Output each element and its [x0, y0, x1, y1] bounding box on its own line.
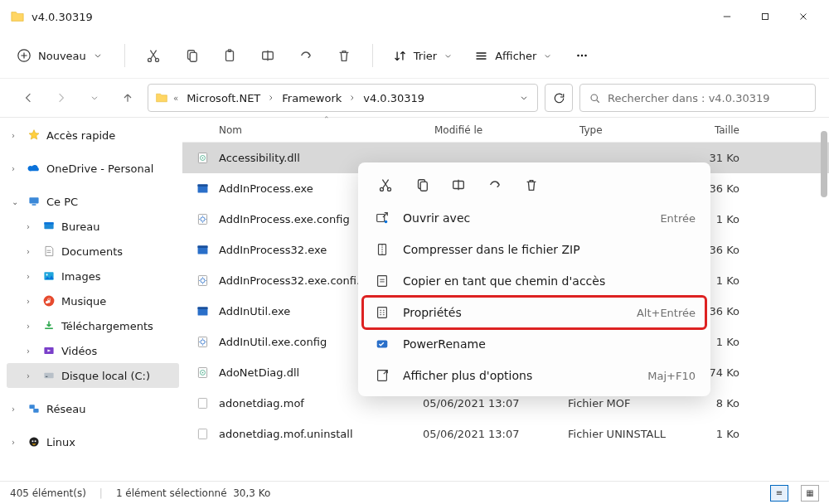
file-icon	[194, 395, 211, 412]
chevron-down-icon[interactable]	[519, 93, 529, 103]
tree-onedrive[interactable]: ›OneDrive - Personal	[7, 156, 179, 181]
new-label: Nouveau	[38, 50, 86, 62]
back-button[interactable]	[15, 85, 41, 111]
column-type[interactable]: Type	[568, 124, 684, 136]
file-icon	[194, 273, 211, 289]
window-title: v4.0.30319	[32, 11, 708, 23]
thumbnails-view-button[interactable]: ▦	[801, 485, 819, 502]
file-icon	[194, 211, 211, 228]
share-button[interactable]	[289, 41, 322, 70]
refresh-button[interactable]	[545, 84, 573, 112]
powerrename-icon	[373, 335, 391, 353]
search-icon	[589, 92, 601, 104]
copy-path-icon	[373, 272, 391, 290]
ctx-delete-button[interactable]	[516, 171, 547, 199]
more-options-icon	[373, 366, 391, 385]
ctx-share-button[interactable]	[479, 171, 511, 199]
file-icon	[194, 150, 211, 167]
search-placeholder: Rechercher dans : v4.0.30319	[608, 92, 769, 104]
file-type: Fichier MOF	[568, 397, 684, 410]
column-modified[interactable]: Modifié le	[423, 124, 568, 136]
file-name: adonetdiag.mof.uninstall	[219, 428, 423, 440]
tree-local-disk[interactable]: ›Disque local (C:)	[7, 363, 179, 388]
chevron-down-icon	[93, 51, 103, 61]
search-input[interactable]: Rechercher dans : v4.0.30319	[579, 84, 816, 112]
title-bar: v4.0.30319	[0, 0, 829, 33]
cut-button[interactable]	[137, 41, 170, 70]
maximize-button[interactable]	[746, 0, 784, 33]
forward-button[interactable]	[48, 85, 75, 111]
paste-button[interactable]	[213, 41, 246, 70]
file-name: adonetdiag.mof	[219, 397, 423, 410]
status-bar: 405 élément(s) | 1 élément sélectionné 3…	[0, 481, 829, 504]
sort-indicator-icon: ⌃	[323, 115, 330, 124]
chevron-down-icon	[444, 51, 453, 61]
tree-documents[interactable]: ›Documents	[7, 239, 179, 264]
folder-icon	[155, 91, 168, 104]
file-icon	[194, 303, 211, 320]
column-headers: Nom Modifié le Type Taille ⌃	[182, 118, 829, 143]
file-size: 8 Ko	[684, 397, 754, 410]
chevron-down-icon	[543, 51, 552, 61]
tree-quick-access[interactable]: ›Accès rapide	[7, 123, 179, 148]
file-icon	[194, 181, 211, 197]
status-selection: 1 élément sélectionné 30,3 Ko	[116, 487, 270, 499]
breadcrumb-item[interactable]: v4.0.30319	[360, 90, 428, 106]
tree-desktop[interactable]: ›Bureau	[7, 214, 179, 239]
file-date: 05/06/2021 13:07	[423, 428, 568, 440]
file-icon	[194, 365, 211, 381]
details-view-button[interactable]: ≡	[770, 485, 788, 502]
ctx-rename-button[interactable]	[443, 171, 474, 199]
close-button[interactable]	[784, 0, 822, 33]
properties-icon	[373, 303, 391, 322]
copy-button[interactable]	[175, 41, 208, 70]
minimize-button[interactable]	[708, 0, 746, 33]
rename-button[interactable]	[251, 41, 284, 70]
file-date: 05/06/2021 13:07	[423, 397, 568, 410]
ctx-cut-button[interactable]	[370, 171, 401, 199]
file-icon	[194, 426, 211, 443]
file-row[interactable]: adonetdiag.mof.uninstall05/06/2021 13:07…	[182, 419, 829, 449]
up-button[interactable]	[114, 85, 141, 111]
zip-icon	[373, 240, 391, 259]
navigation-tree: ›Accès rapide ›OneDrive - Personal ⌄Ce P…	[0, 118, 182, 481]
chevron-right-icon	[348, 94, 356, 102]
ctx-copy-path[interactable]: Copier en tant que chemin d'accès	[363, 265, 705, 297]
ctx-open-with[interactable]: Ouvrir avec Entrée	[363, 202, 705, 234]
new-button[interactable]: Nouveau	[7, 41, 113, 70]
status-item-count: 405 élément(s)	[10, 487, 86, 499]
context-menu: Ouvrir avec Entrée Compresser dans le fi…	[358, 162, 710, 396]
address-bar[interactable]: « Microsoft.NET Framework v4.0.30319	[148, 84, 538, 112]
tree-linux[interactable]: ›Linux	[7, 429, 179, 454]
ctx-compress-zip[interactable]: Compresser dans le fichier ZIP	[363, 234, 705, 265]
open-with-icon	[373, 209, 391, 227]
chevron-right-icon	[267, 94, 275, 102]
more-button[interactable]	[565, 41, 599, 70]
ctx-properties[interactable]: Propriétés Alt+Entrée	[363, 297, 705, 328]
tree-videos[interactable]: ›Vidéos	[7, 338, 179, 363]
tree-network[interactable]: ›Réseau	[7, 396, 179, 421]
breadcrumb-item[interactable]: Microsoft.NET	[183, 90, 264, 106]
file-type: Fichier UNINSTALL	[568, 428, 684, 440]
recent-button[interactable]	[81, 85, 108, 111]
scrollbar-thumb[interactable]	[821, 131, 827, 197]
navigation-bar: « Microsoft.NET Framework v4.0.30319 Rec…	[0, 78, 829, 118]
sort-button[interactable]: Trier	[385, 41, 461, 70]
file-icon	[194, 334, 211, 351]
delete-button[interactable]	[327, 41, 361, 70]
breadcrumb-item[interactable]: Framework	[279, 90, 345, 106]
column-size[interactable]: Taille	[684, 124, 754, 136]
column-name[interactable]: Nom	[182, 124, 423, 136]
ctx-more-options[interactable]: Afficher plus d'options Maj+F10	[363, 360, 705, 391]
tree-pictures[interactable]: ›Images	[7, 264, 179, 288]
file-size: 1 Ko	[684, 428, 754, 440]
window-folder-icon	[10, 9, 25, 24]
tree-downloads[interactable]: ›Téléchargements	[7, 313, 179, 338]
tree-music[interactable]: ›Musique	[7, 288, 179, 313]
command-bar: Nouveau Trier Afficher	[0, 33, 829, 78]
view-button[interactable]: Afficher	[466, 41, 560, 70]
tree-this-pc[interactable]: ⌄Ce PC	[7, 189, 179, 214]
file-icon	[194, 242, 211, 259]
ctx-copy-button[interactable]	[406, 171, 438, 199]
ctx-powerrename[interactable]: PowerRename	[363, 328, 705, 360]
